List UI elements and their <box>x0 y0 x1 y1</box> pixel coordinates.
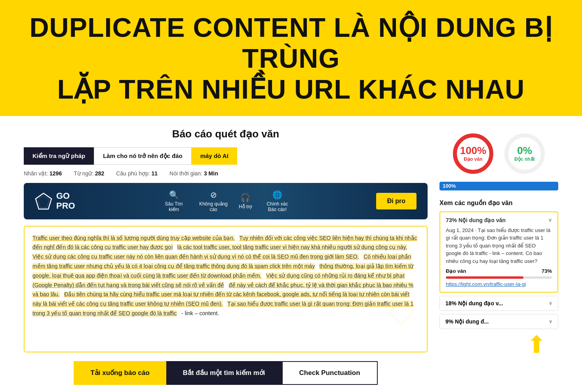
gopro-banner: GOPRO 🔍 Sâu Tìm kiếm ⊘ Không quảng cáo 🎧… <box>24 183 428 219</box>
progress-bar-fill: 100% <box>439 182 558 190</box>
report-title: Báo cáo quét đạo văn <box>24 128 428 140</box>
source-1-header[interactable]: 73% Nội dung đạo văn ∨ <box>446 217 552 223</box>
stat-words: Từ ngữ: 282 <box>74 170 104 177</box>
unique-circle: 0% Độc nhất <box>503 132 546 175</box>
header-banner: DUPLICATE CONTENT LÀ NỘI DUNG BỊ TRÙNG L… <box>0 0 582 116</box>
main-content: Báo cáo quét đạo văn Kiểm tra ngữ pháp L… <box>0 116 582 392</box>
headphones-icon: 🎧 <box>240 193 250 202</box>
gauges-row: 100% Đạo văn 0% Độc nhất <box>439 132 558 175</box>
source-3-header[interactable]: 9% Nội dung đ... ∨ <box>440 314 558 329</box>
gopro-text: GOPRO <box>56 191 75 210</box>
plagiarism-gauge: 100% Đạo văn <box>451 132 495 175</box>
gopro-feature-search: 🔍 Sâu Tìm kiếm <box>160 190 188 212</box>
tab-grammar[interactable]: Kiểm tra ngữ pháp <box>24 147 94 165</box>
gopro-cta-button[interactable]: Đi pro <box>376 193 417 209</box>
source-1-progress-fill <box>446 276 523 279</box>
chevron-down-icon-3: ∨ <box>549 319 552 324</box>
unique-label: 0% Độc nhất <box>514 145 534 162</box>
diamond-icon <box>35 192 52 210</box>
gopro-feature-support: 🎧 Hỗ trợ <box>239 193 252 209</box>
right-panel: 100% Đạo văn 0% Độc nhất <box>439 128 558 385</box>
download-report-button[interactable]: Tải xuống báo cáo <box>74 361 166 385</box>
arrow-up-icon: ⬆ <box>527 333 546 357</box>
source-item-1: 73% Nội dung đạo văn ∨ Aug 1, 2024 · Tại… <box>439 211 558 293</box>
sources-title: Xem các nguồn đạo văn <box>439 199 558 207</box>
stat-time: Nói thời gian: 3 Min <box>169 170 218 177</box>
plagiarism-circle: 100% Đạo văn <box>451 132 495 175</box>
plagiarism-label: 100% Đạo văn <box>460 145 487 162</box>
tab-unique[interactable]: Làm cho nó trở nên độc đáo <box>94 147 192 165</box>
svg-marker-1 <box>38 196 49 207</box>
gopro-feature-noad: ⊘ Không quảng cáo <box>199 190 228 212</box>
gopro-feature-accurate: 🌐 Chính xác Báo cáo! <box>263 190 291 212</box>
stat-sentences: Câu phù hợp: 11 <box>116 170 158 177</box>
gopro-features: 🔍 Sâu Tìm kiếm ⊘ Không quảng cáo 🎧 Hỗ tr… <box>160 190 291 212</box>
tab-row: Kiểm tra ngữ pháp Làm cho nó trở nên độc… <box>24 147 428 165</box>
globe-icon: 🌐 <box>272 190 282 200</box>
content-box: Traffic user theo đúng nghĩa thì là số l… <box>24 226 428 352</box>
source-2-header[interactable]: 18% Nội dung đạo v... ∨ <box>440 296 558 310</box>
bottom-buttons: Tải xuống báo cáo Bắt đầu một tìm kiếm m… <box>24 361 428 385</box>
source-1-detail-row: Đạo văn 73% <box>446 268 552 274</box>
chevron-down-icon-2: ∨ <box>549 301 552 306</box>
stat-characters: Nhân vật: 1296 <box>24 170 62 177</box>
new-search-button[interactable]: Bắt đầu một tìm kiếm mới <box>166 361 282 385</box>
source-item-3: 9% Nội dung đ... ∨ <box>439 314 558 329</box>
header-title: DUPLICATE CONTENT LÀ NỘI DUNG BỊ TRÙNG L… <box>24 12 558 105</box>
arrow-overlay: ⬆ <box>439 333 558 357</box>
source-1-progress <box>446 276 552 279</box>
source-item-2: 18% Nội dung đạo v... ∨ <box>439 296 558 311</box>
search-deep-icon: 🔍 <box>169 190 179 200</box>
stats-row: Nhân vật: 1296 Từ ngữ: 282 Câu phù hợp: … <box>24 170 428 177</box>
unique-gauge: 0% Độc nhất <box>503 132 546 175</box>
tab-ai[interactable]: máy dò AI <box>192 147 237 165</box>
gopro-logo: GOPRO <box>35 191 75 210</box>
chevron-down-icon: ∨ <box>548 217 552 223</box>
no-ads-icon: ⊘ <box>210 190 217 200</box>
overall-progress-bar: 100% <box>439 182 558 190</box>
left-panel: Báo cáo quét đạo văn Kiểm tra ngữ pháp L… <box>24 128 428 385</box>
source-1-link[interactable]: https://light.com.vn/traffic-user-la-gi <box>446 281 526 287</box>
content-text: Traffic user theo đúng nghĩa thì là số l… <box>32 234 419 318</box>
source-1-description: Aug 1, 2024 · Tại sao hiểu được traffic … <box>446 226 552 265</box>
check-punctuation-button[interactable]: Check Punctuation <box>282 361 378 385</box>
